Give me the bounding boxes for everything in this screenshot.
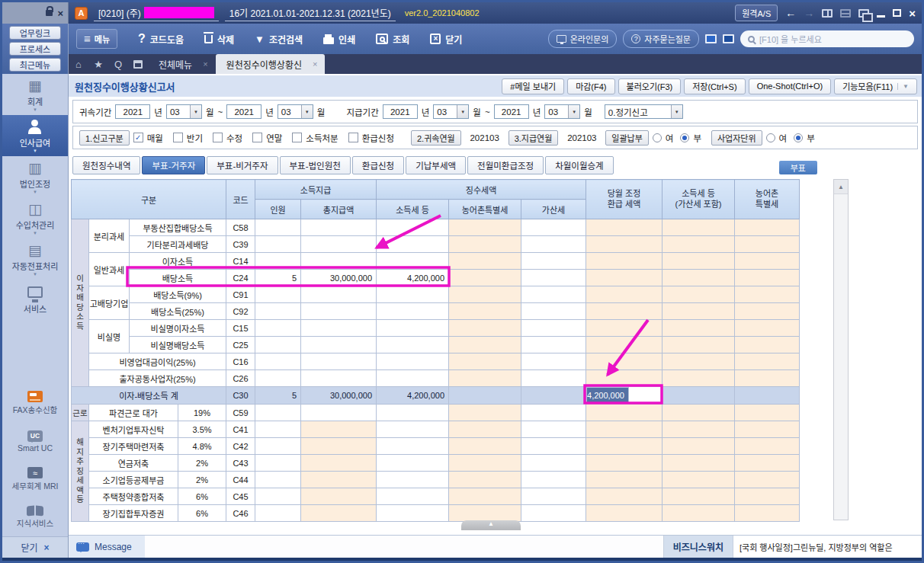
pay-from-year-input[interactable]: 2021 <box>383 104 418 119</box>
value-cell[interactable] <box>735 337 800 353</box>
pay-to-month-select[interactable]: 03▼ <box>544 104 580 119</box>
layout-thumb2-icon[interactable] <box>723 34 734 43</box>
maximize-button[interactable] <box>893 9 901 17</box>
value-cell[interactable] <box>735 253 800 270</box>
message-button[interactable]: Message <box>69 536 145 558</box>
value-cell[interactable] <box>521 337 586 353</box>
value-cell[interactable] <box>255 303 301 320</box>
value-cell[interactable] <box>586 455 663 472</box>
value-cell[interactable] <box>377 438 449 455</box>
inquiry-button[interactable]: 조회 <box>376 33 409 46</box>
code-help-button[interactable]: ? 코드도움 <box>138 32 184 46</box>
value-cell[interactable] <box>255 488 301 505</box>
value-cell[interactable] <box>521 472 586 488</box>
report-division-button[interactable]: 1.신고구분 <box>79 130 130 146</box>
value-cell[interactable] <box>586 405 663 421</box>
value-cell[interactable] <box>735 320 800 337</box>
value-cell[interactable] <box>377 320 449 337</box>
value-cell[interactable] <box>449 438 521 455</box>
value-cell[interactable] <box>663 320 735 337</box>
value-cell[interactable] <box>586 270 663 286</box>
tab-close-icon[interactable]: × <box>203 59 207 69</box>
value-cell[interactable]: 5 <box>255 387 301 405</box>
value-cell[interactable] <box>663 505 735 522</box>
remote-as-button[interactable]: 원격A/S <box>735 5 778 21</box>
value-cell[interactable] <box>449 353 521 370</box>
value-cell[interactable] <box>255 472 301 488</box>
value-cell[interactable] <box>586 438 663 455</box>
sidebar-item-auto-voucher[interactable]: ▤ 자동전표처리▼ <box>2 238 68 280</box>
value-cell[interactable] <box>735 353 800 370</box>
value-cell[interactable] <box>377 505 449 522</box>
quick-search-input[interactable]: [F10] 을 누르세요 <box>740 30 914 47</box>
value-cell[interactable] <box>521 353 586 370</box>
value-cell[interactable] <box>586 219 663 236</box>
value-cell[interactable] <box>301 286 377 303</box>
value-cell[interactable] <box>377 303 449 320</box>
value-cell[interactable] <box>449 421 521 438</box>
value-cell[interactable]: 4,200,000 <box>377 387 449 405</box>
value-cell[interactable] <box>449 455 521 472</box>
value-cell[interactable] <box>449 387 521 405</box>
online-inquiry-button[interactable]: 온라인문의 <box>548 30 618 48</box>
calendar-icon[interactable] <box>128 54 148 74</box>
attr-from-year-input[interactable]: 2021 <box>115 104 150 119</box>
home-icon[interactable]: ⌂ <box>69 54 88 74</box>
condition-search-button[interactable]: ▼ 조건검색 <box>255 33 303 46</box>
value-cell[interactable] <box>586 488 663 505</box>
value-cell[interactable] <box>586 370 663 387</box>
value-cell[interactable] <box>301 455 377 472</box>
value-cell[interactable] <box>735 472 800 488</box>
book-view-icon[interactable] <box>822 9 833 18</box>
value-cell[interactable] <box>586 286 663 303</box>
value-cell[interactable] <box>735 405 800 421</box>
checkbox-halfyear[interactable] <box>173 133 183 142</box>
load-f3-button[interactable]: 불러오기(F3) <box>618 78 682 94</box>
close-screen-button[interactable]: × 닫기 <box>430 33 462 46</box>
value-cell[interactable] <box>255 253 301 270</box>
value-cell[interactable] <box>663 270 735 286</box>
value-cell[interactable] <box>521 438 586 455</box>
sidebar-button-worklink[interactable]: 업무링크 <box>9 26 61 40</box>
value-cell[interactable] <box>586 320 663 337</box>
value-cell[interactable] <box>586 303 663 320</box>
value-cell[interactable] <box>663 387 735 405</box>
value-cell[interactable] <box>449 337 521 353</box>
menu-button[interactable]: ≡ 메뉴 <box>76 29 117 49</box>
value-cell[interactable] <box>301 337 377 353</box>
print-button[interactable]: 인쇄 <box>323 33 355 46</box>
sidebar-item-service[interactable]: 서비스 <box>2 280 68 321</box>
value-cell[interactable] <box>377 353 449 370</box>
value-cell[interactable] <box>663 455 735 472</box>
attr-to-year-input[interactable]: 2021 <box>226 104 261 119</box>
close-f4-button[interactable]: 마감(F4) <box>567 78 614 94</box>
value-cell[interactable] <box>735 488 800 505</box>
value-cell[interactable] <box>449 472 521 488</box>
value-cell[interactable] <box>663 472 735 488</box>
value-cell[interactable] <box>521 303 586 320</box>
radio-lump-yes[interactable] <box>653 133 662 142</box>
tab-prev-month-refund-adjust[interactable]: 전월미환급조정 <box>467 156 544 174</box>
fiscal-period-field[interactable]: 16기 2021.01.01-2021.12.31 (2021년도) <box>225 5 396 21</box>
sidebar-tool-knowledge[interactable]: 지식서비스 <box>2 498 68 536</box>
value-cell[interactable] <box>449 270 521 286</box>
value-cell[interactable]: 5 <box>255 270 301 286</box>
value-cell[interactable] <box>301 505 377 522</box>
value-cell[interactable] <box>377 472 449 488</box>
tab-subtable-nonresident[interactable]: 부표-비거주자 <box>207 156 278 174</box>
value-cell[interactable] <box>663 337 735 353</box>
value-cell[interactable] <box>521 370 586 387</box>
tab-prepaid-tax[interactable]: 기납부세액 <box>406 156 466 174</box>
value-cell[interactable] <box>663 219 735 236</box>
sidebar-tool-tax-mri[interactable]: ≈ 세무회계 MRI <box>2 460 68 498</box>
tab-refund-request[interactable]: 환급신청 <box>352 156 404 174</box>
radio-lump-no[interactable] <box>680 133 689 142</box>
value-cell[interactable]: 4,200,000 <box>377 270 449 286</box>
cascade-windows-icon[interactable] <box>858 9 869 18</box>
value-cell[interactable] <box>735 303 800 320</box>
value-cell[interactable] <box>449 286 521 303</box>
value-cell[interactable] <box>521 387 586 405</box>
value-cell[interactable] <box>663 405 735 421</box>
tab-withholding-report[interactable]: 원천징수이행상황신 × <box>216 54 326 74</box>
value-cell[interactable] <box>663 253 735 270</box>
